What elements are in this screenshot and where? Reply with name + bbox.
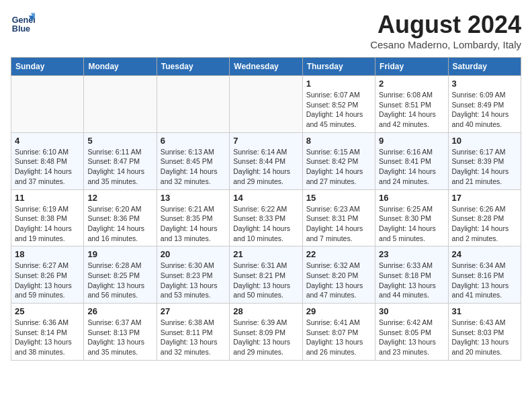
day-number: 23 — [379, 249, 444, 259]
calendar-cell: 12Sunrise: 6:20 AM Sunset: 8:36 PM Dayli… — [84, 189, 157, 246]
svg-text:Blue: Blue — [12, 24, 30, 34]
cell-info: Sunrise: 6:38 AM Sunset: 8:11 PM Dayligh… — [161, 318, 226, 357]
day-number: 8 — [306, 136, 371, 146]
cell-info: Sunrise: 6:28 AM Sunset: 8:25 PM Dayligh… — [87, 261, 152, 300]
day-number: 19 — [87, 249, 152, 259]
day-number: 28 — [233, 306, 298, 316]
calendar-cell — [157, 76, 229, 133]
calendar-cell: 22Sunrise: 6:32 AM Sunset: 8:20 PM Dayli… — [302, 246, 375, 304]
calendar-cell — [84, 76, 157, 133]
calendar-cell: 3Sunrise: 6:09 AM Sunset: 8:49 PM Daylig… — [448, 76, 521, 133]
calendar-cell: 27Sunrise: 6:38 AM Sunset: 8:11 PM Dayli… — [157, 304, 229, 361]
calendar-cell: 13Sunrise: 6:21 AM Sunset: 8:35 PM Dayli… — [157, 189, 229, 246]
calendar-cell: 10Sunrise: 6:17 AM Sunset: 8:39 PM Dayli… — [448, 132, 521, 189]
day-number: 4 — [15, 136, 80, 146]
cell-info: Sunrise: 6:09 AM Sunset: 8:49 PM Dayligh… — [452, 90, 517, 130]
day-number: 26 — [87, 306, 152, 316]
day-number: 10 — [452, 136, 517, 146]
calendar-cell: 11Sunrise: 6:19 AM Sunset: 8:38 PM Dayli… — [11, 189, 84, 246]
calendar-cell: 24Sunrise: 6:34 AM Sunset: 8:16 PM Dayli… — [448, 246, 521, 304]
cell-info: Sunrise: 6:23 AM Sunset: 8:31 PM Dayligh… — [306, 204, 371, 244]
calendar-week-row: 1Sunrise: 6:07 AM Sunset: 8:52 PM Daylig… — [11, 76, 521, 133]
weekday-header-sunday: Sunday — [11, 58, 84, 76]
calendar-cell — [230, 76, 302, 133]
day-number: 17 — [452, 193, 517, 203]
weekday-header-wednesday: Wednesday — [230, 58, 302, 76]
day-number: 22 — [306, 249, 371, 259]
cell-info: Sunrise: 6:08 AM Sunset: 8:51 PM Dayligh… — [379, 90, 444, 130]
cell-info: Sunrise: 6:32 AM Sunset: 8:20 PM Dayligh… — [306, 261, 371, 300]
calendar-cell: 6Sunrise: 6:13 AM Sunset: 8:45 PM Daylig… — [157, 132, 229, 189]
calendar-week-row: 25Sunrise: 6:36 AM Sunset: 8:14 PM Dayli… — [11, 304, 521, 361]
calendar-cell: 15Sunrise: 6:23 AM Sunset: 8:31 PM Dayli… — [302, 189, 375, 246]
calendar-week-row: 11Sunrise: 6:19 AM Sunset: 8:38 PM Dayli… — [11, 189, 521, 246]
cell-info: Sunrise: 6:36 AM Sunset: 8:14 PM Dayligh… — [15, 318, 80, 357]
day-number: 6 — [161, 136, 226, 146]
calendar-cell: 19Sunrise: 6:28 AM Sunset: 8:25 PM Dayli… — [84, 246, 157, 304]
cell-info: Sunrise: 6:43 AM Sunset: 8:03 PM Dayligh… — [452, 318, 517, 357]
cell-info: Sunrise: 6:19 AM Sunset: 8:38 PM Dayligh… — [15, 204, 80, 244]
calendar-cell: 14Sunrise: 6:22 AM Sunset: 8:33 PM Dayli… — [230, 189, 302, 246]
day-number: 15 — [306, 193, 371, 203]
weekday-header-friday: Friday — [375, 58, 448, 76]
calendar-cell: 30Sunrise: 6:42 AM Sunset: 8:05 PM Dayli… — [375, 304, 448, 361]
cell-info: Sunrise: 6:30 AM Sunset: 8:23 PM Dayligh… — [161, 261, 226, 300]
calendar-cell: 17Sunrise: 6:26 AM Sunset: 8:28 PM Dayli… — [448, 189, 521, 246]
calendar-cell: 29Sunrise: 6:41 AM Sunset: 8:07 PM Dayli… — [302, 304, 375, 361]
calendar-week-row: 4Sunrise: 6:10 AM Sunset: 8:48 PM Daylig… — [11, 132, 521, 189]
cell-info: Sunrise: 6:33 AM Sunset: 8:18 PM Dayligh… — [379, 261, 444, 300]
cell-info: Sunrise: 6:26 AM Sunset: 8:28 PM Dayligh… — [452, 204, 517, 244]
day-number: 2 — [379, 79, 444, 89]
day-number: 25 — [15, 306, 80, 316]
month-year-title: August 2024 — [370, 11, 521, 39]
calendar-cell: 5Sunrise: 6:11 AM Sunset: 8:47 PM Daylig… — [84, 132, 157, 189]
cell-info: Sunrise: 6:31 AM Sunset: 8:21 PM Dayligh… — [233, 261, 298, 300]
day-number: 30 — [379, 306, 444, 316]
cell-info: Sunrise: 6:34 AM Sunset: 8:16 PM Dayligh… — [452, 261, 517, 300]
day-number: 27 — [161, 306, 226, 316]
cell-info: Sunrise: 6:20 AM Sunset: 8:36 PM Dayligh… — [87, 204, 152, 244]
calendar-cell: 8Sunrise: 6:15 AM Sunset: 8:42 PM Daylig… — [302, 132, 375, 189]
day-number: 13 — [161, 193, 226, 203]
cell-info: Sunrise: 6:27 AM Sunset: 8:26 PM Dayligh… — [15, 261, 80, 300]
day-number: 7 — [233, 136, 298, 146]
day-number: 24 — [452, 249, 517, 259]
cell-info: Sunrise: 6:14 AM Sunset: 8:44 PM Dayligh… — [233, 147, 298, 187]
calendar-cell: 4Sunrise: 6:10 AM Sunset: 8:48 PM Daylig… — [11, 132, 84, 189]
day-number: 3 — [452, 79, 517, 89]
location-subtitle: Cesano Maderno, Lombardy, Italy — [370, 39, 521, 50]
calendar-cell: 7Sunrise: 6:14 AM Sunset: 8:44 PM Daylig… — [230, 132, 302, 189]
calendar-cell: 21Sunrise: 6:31 AM Sunset: 8:21 PM Dayli… — [230, 246, 302, 304]
logo-icon: General Blue — [11, 11, 35, 35]
cell-info: Sunrise: 6:21 AM Sunset: 8:35 PM Dayligh… — [161, 204, 226, 244]
weekday-header-monday: Monday — [84, 58, 157, 76]
calendar-cell: 9Sunrise: 6:16 AM Sunset: 8:41 PM Daylig… — [375, 132, 448, 189]
cell-info: Sunrise: 6:41 AM Sunset: 8:07 PM Dayligh… — [306, 318, 371, 357]
day-number: 14 — [233, 193, 298, 203]
day-number: 1 — [306, 79, 371, 89]
logo: General Blue — [11, 11, 35, 35]
cell-info: Sunrise: 6:11 AM Sunset: 8:47 PM Dayligh… — [87, 147, 152, 187]
calendar-cell: 2Sunrise: 6:08 AM Sunset: 8:51 PM Daylig… — [375, 76, 448, 133]
calendar-body: 1Sunrise: 6:07 AM Sunset: 8:52 PM Daylig… — [11, 76, 521, 361]
calendar-table: SundayMondayTuesdayWednesdayThursdayFrid… — [11, 57, 521, 361]
cell-info: Sunrise: 6:16 AM Sunset: 8:41 PM Dayligh… — [379, 147, 444, 187]
calendar-week-row: 18Sunrise: 6:27 AM Sunset: 8:26 PM Dayli… — [11, 246, 521, 304]
weekday-header-tuesday: Tuesday — [157, 58, 229, 76]
day-number: 5 — [87, 136, 152, 146]
day-number: 11 — [15, 193, 80, 203]
cell-info: Sunrise: 6:25 AM Sunset: 8:30 PM Dayligh… — [379, 204, 444, 244]
day-number: 18 — [15, 249, 80, 259]
cell-info: Sunrise: 6:37 AM Sunset: 8:13 PM Dayligh… — [87, 318, 152, 357]
calendar-cell: 23Sunrise: 6:33 AM Sunset: 8:18 PM Dayli… — [375, 246, 448, 304]
calendar-cell: 16Sunrise: 6:25 AM Sunset: 8:30 PM Dayli… — [375, 189, 448, 246]
weekday-header-saturday: Saturday — [448, 58, 521, 76]
weekday-header-thursday: Thursday — [302, 58, 375, 76]
day-number: 29 — [306, 306, 371, 316]
header: General Blue August 2024 Cesano Maderno,… — [11, 11, 521, 50]
calendar-cell: 28Sunrise: 6:39 AM Sunset: 8:09 PM Dayli… — [230, 304, 302, 361]
day-number: 20 — [161, 249, 226, 259]
day-number: 21 — [233, 249, 298, 259]
cell-info: Sunrise: 6:22 AM Sunset: 8:33 PM Dayligh… — [233, 204, 298, 244]
cell-info: Sunrise: 6:13 AM Sunset: 8:45 PM Dayligh… — [161, 147, 226, 187]
